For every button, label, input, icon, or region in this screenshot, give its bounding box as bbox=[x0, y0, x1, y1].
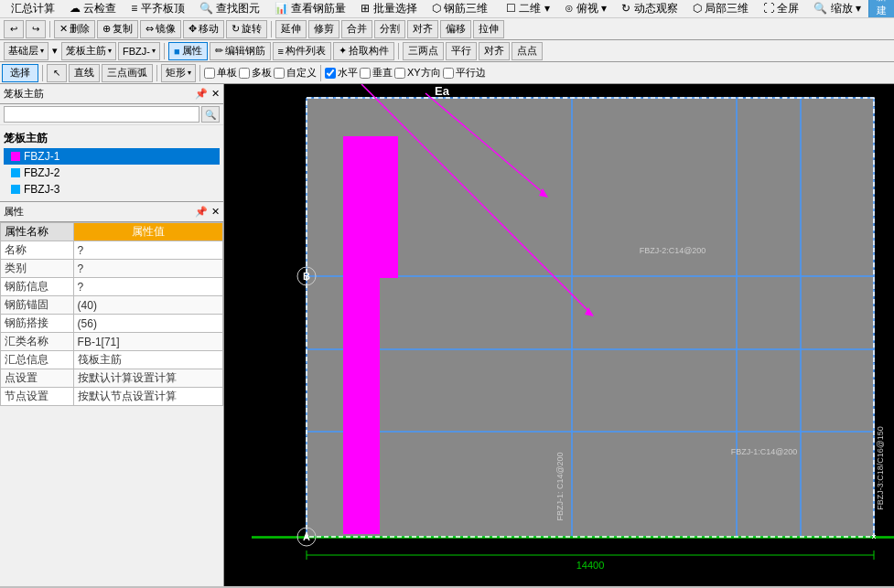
left-panel: 笼板主筋 📌 ✕ 🔍 笼板主筋 FBZJ-1 FBZJ-2 FBZJ-3 bbox=[0, 84, 224, 586]
search-btn[interactable]: 🔍 bbox=[201, 106, 220, 123]
menu-local-3d[interactable]: ⬡ 局部三维 bbox=[685, 0, 756, 18]
rect-dropdown[interactable]: 矩形▾ bbox=[161, 64, 196, 82]
align-btn[interactable]: 对齐 bbox=[407, 20, 438, 38]
vertical-check[interactable]: 垂直 bbox=[360, 66, 393, 80]
tree-item-fbzj3[interactable]: FBZJ-3 bbox=[4, 181, 220, 198]
left-panel-header: 笼板主筋 📌 ✕ bbox=[0, 84, 223, 104]
menu-find-element[interactable]: 🔍 查找图元 bbox=[192, 0, 267, 18]
fbzj1-icon bbox=[11, 152, 20, 161]
prop-row-value: FB-1[71] bbox=[73, 333, 222, 351]
split-btn[interactable]: 分割 bbox=[374, 20, 405, 38]
tree-item-fbzj3-label: FBZJ-3 bbox=[24, 183, 59, 196]
svg-text:FBZJ-2:C14@200: FBZJ-2:C14@200 bbox=[640, 246, 706, 255]
tree-item-fbzj1-label: FBZJ-1 bbox=[24, 150, 59, 163]
prop-row-name: 点设置 bbox=[1, 369, 74, 388]
menu-cloud-check[interactable]: ☁ 云检查 bbox=[62, 0, 124, 18]
svg-rect-1 bbox=[307, 98, 874, 537]
layer-dropdown[interactable]: 基础层▾ bbox=[4, 42, 48, 60]
arc-btn[interactable]: 三点画弧 bbox=[102, 64, 153, 82]
table-row: 钢筋搭接(56) bbox=[1, 315, 223, 333]
svg-line-37 bbox=[872, 535, 876, 539]
search-input[interactable] bbox=[4, 106, 199, 123]
horizontal-check[interactable]: 水平 bbox=[325, 66, 358, 80]
svg-rect-15 bbox=[343, 278, 380, 534]
offset-btn[interactable]: 偏移 bbox=[440, 20, 471, 38]
fbzj-dropdown[interactable]: FBZJ-▾ bbox=[118, 42, 160, 60]
custom-check[interactable]: 自定义 bbox=[274, 66, 317, 80]
main-layout: 笼板主筋 📌 ✕ 🔍 笼板主筋 FBZJ-1 FBZJ-2 FBZJ-3 bbox=[0, 84, 894, 586]
trim-btn[interactable]: 修剪 bbox=[308, 20, 339, 38]
prop-row-value: ? bbox=[73, 260, 222, 278]
pick-component-btn[interactable]: ✦ 拾取构件 bbox=[333, 42, 394, 60]
svg-point-17 bbox=[297, 267, 316, 285]
svg-line-27 bbox=[425, 93, 544, 194]
prop-header: 属性 📌 ✕ bbox=[0, 202, 223, 222]
prop-row-name: 钢筋搭接 bbox=[1, 315, 74, 333]
redo-btn[interactable]: ↪ bbox=[26, 20, 46, 38]
two-points-btn[interactable]: 三两点 bbox=[403, 42, 444, 60]
svg-text:FBZJ-3:C18/C16@150: FBZJ-3:C18/C16@150 bbox=[876, 426, 885, 510]
new-build-tab[interactable]: ▶ 新建变 × bbox=[868, 0, 894, 18]
undo-btn[interactable]: ↩ bbox=[4, 20, 24, 38]
single-plate-checkbox[interactable] bbox=[204, 68, 215, 79]
custom-checkbox[interactable] bbox=[274, 68, 285, 79]
canvas-svg: B A FBZJ-1: C14@200 FBZJ-2:C14@200 FBZJ-… bbox=[224, 84, 894, 586]
menu-dynamic-observe[interactable]: ↻ 动态观察 bbox=[614, 0, 684, 18]
prop-row-value: 按默认计算设置计算 bbox=[73, 369, 222, 388]
extend-btn[interactable]: 延伸 bbox=[275, 20, 307, 38]
menu-zoom[interactable]: 🔍 缩放 ▾ bbox=[806, 0, 868, 18]
vertical-checkbox[interactable] bbox=[360, 68, 371, 79]
table-row: 节点设置按默认节点设置计算 bbox=[1, 388, 223, 406]
select-tool-btn[interactable]: 选择 bbox=[2, 64, 38, 82]
search-row: 🔍 bbox=[0, 104, 223, 125]
copy-btn[interactable]: ⊕ 复制 bbox=[97, 20, 138, 38]
component-list-btn[interactable]: ≡ 构件列表 bbox=[273, 42, 331, 60]
sep5 bbox=[42, 65, 43, 81]
tree-item-fbzj1[interactable]: FBZJ-1 bbox=[4, 148, 220, 165]
rotate-btn[interactable]: ↻ 旋转 bbox=[226, 20, 267, 38]
line-btn[interactable]: 直线 bbox=[69, 64, 100, 82]
prop-row-value: (40) bbox=[73, 296, 222, 315]
svg-rect-16 bbox=[307, 98, 874, 537]
panel-close-btn[interactable]: ✕ bbox=[211, 88, 220, 100]
stretch-btn[interactable]: 拉伸 bbox=[473, 20, 504, 38]
panel-pin-btn[interactable]: 📌 bbox=[195, 88, 208, 100]
align2-btn[interactable]: 对齐 bbox=[479, 42, 510, 60]
property-btn[interactable]: ■ 属性 bbox=[168, 42, 208, 60]
multi-plate-check[interactable]: 多板 bbox=[239, 66, 272, 80]
move-btn[interactable]: ✥ 移动 bbox=[183, 20, 224, 38]
table-row: 汇类名称FB-1[71] bbox=[1, 333, 223, 351]
menu-top-view[interactable]: ⊙ 俯视 ▾ bbox=[557, 0, 615, 18]
single-plate-check[interactable]: 单板 bbox=[204, 66, 237, 80]
menu-align-top[interactable]: ≡ 平齐板顶 bbox=[124, 0, 191, 18]
parallel-edge-checkbox[interactable] bbox=[443, 68, 454, 79]
edit-rebar-btn[interactable]: ✏ 编辑钢筋 bbox=[210, 42, 271, 60]
parallel-btn[interactable]: 平行 bbox=[446, 42, 477, 60]
prop-pin-btn[interactable]: 📌 bbox=[195, 206, 208, 218]
canvas-area[interactable]: B A FBZJ-1: C14@200 FBZJ-2:C14@200 FBZJ-… bbox=[224, 84, 894, 586]
menu-rebar-3d[interactable]: ⬡ 钢筋三维 bbox=[425, 0, 495, 18]
svg-rect-14 bbox=[343, 136, 398, 278]
xy-check[interactable]: XY方向 bbox=[394, 66, 441, 80]
prop-row-value: ? bbox=[73, 241, 222, 260]
parallel-edge-check[interactable]: 平行边 bbox=[443, 66, 486, 80]
svg-line-36 bbox=[872, 535, 876, 539]
menu-2d[interactable]: ☐ 二维 ▾ bbox=[499, 0, 557, 18]
svg-text:A: A bbox=[303, 531, 310, 542]
menu-summary[interactable]: 汇总计算 bbox=[4, 0, 62, 18]
horizontal-checkbox[interactable] bbox=[325, 68, 336, 79]
prop-row-name: 汇总信息 bbox=[1, 351, 74, 369]
component-dropdown[interactable]: 笼板主筋▾ bbox=[61, 42, 116, 60]
menu-batch-select[interactable]: ⊞ 批量选择 bbox=[353, 0, 424, 18]
menu-view-rebar[interactable]: 📊 查看钢筋量 bbox=[267, 0, 353, 18]
delete-btn[interactable]: ✕ 删除 bbox=[54, 20, 95, 38]
multi-plate-checkbox[interactable] bbox=[239, 68, 250, 79]
merge-btn[interactable]: 合并 bbox=[341, 20, 372, 38]
fbzj3-icon bbox=[11, 185, 20, 194]
menu-fullscreen[interactable]: ⛶ 全屏 bbox=[756, 0, 806, 18]
tree-item-fbzj2[interactable]: FBZJ-2 bbox=[4, 165, 220, 181]
xy-checkbox[interactable] bbox=[394, 68, 405, 79]
point-point-btn[interactable]: 点点 bbox=[512, 42, 543, 60]
mirror-btn[interactable]: ⇔ 镜像 bbox=[140, 20, 181, 38]
prop-close-btn[interactable]: ✕ bbox=[211, 206, 220, 218]
